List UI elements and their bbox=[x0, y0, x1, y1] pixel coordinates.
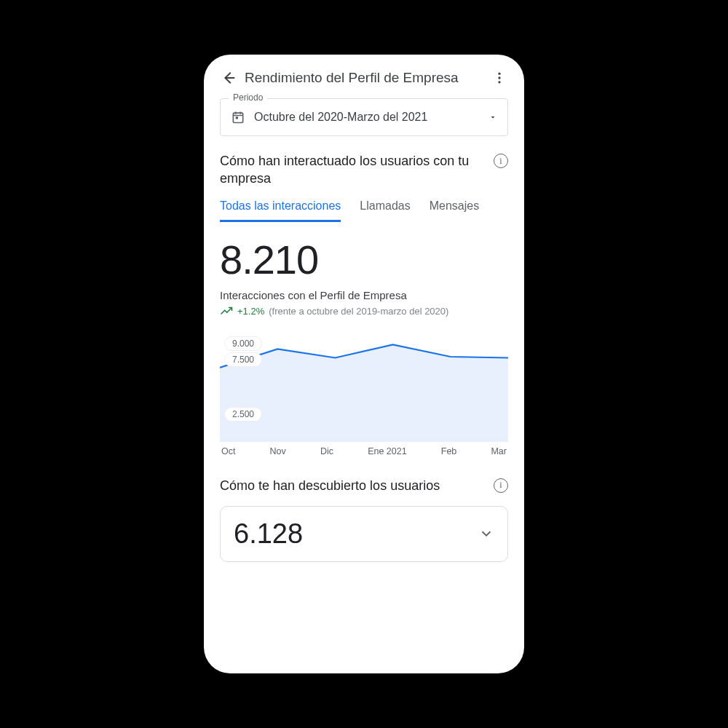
chart-ytick: 7.500 bbox=[224, 352, 262, 367]
tabs: Todas las interacciones Llamadas Mensaje… bbox=[220, 199, 508, 223]
delta-compare: (frente a octubre del 2019-marzo del 202… bbox=[269, 306, 448, 317]
more-button[interactable] bbox=[491, 69, 508, 87]
period-label: Periodo bbox=[229, 92, 267, 103]
phone-frame: Rendimiento del Perfil de Empresa Period… bbox=[204, 55, 524, 673]
calendar-icon bbox=[231, 110, 245, 124]
chart-xtick: Dic bbox=[320, 446, 333, 456]
svg-point-2 bbox=[498, 81, 500, 83]
period-dropdown[interactable]: Octubre del 2020-Marzo del 2021 bbox=[220, 98, 508, 136]
chevron-down-icon bbox=[478, 526, 494, 542]
chart-xtick: Ene 2021 bbox=[368, 446, 407, 456]
tab-all-interactions[interactable]: Todas las interacciones bbox=[220, 199, 341, 222]
svg-point-0 bbox=[498, 73, 500, 75]
discovery-section: Cómo te han descubierto los usuarios i 6… bbox=[220, 477, 508, 562]
page-title: Rendimiento del Perfil de Empresa bbox=[245, 70, 483, 86]
chart-xtick: Oct bbox=[221, 446, 235, 456]
info-icon[interactable]: i bbox=[494, 154, 508, 168]
chart-xtick: Nov bbox=[270, 446, 286, 456]
delta-value: +1.2% bbox=[237, 306, 264, 317]
chart-xtick: Feb bbox=[441, 446, 457, 456]
chart-ytick: 9.000 bbox=[224, 336, 262, 351]
tab-messages[interactable]: Mensajes bbox=[430, 199, 479, 222]
period-field: Periodo Octubre del 2020-Marzo del 2021 bbox=[220, 98, 508, 136]
caret-down-icon bbox=[488, 113, 497, 122]
kebab-icon bbox=[492, 71, 507, 85]
arrow-left-icon bbox=[221, 70, 237, 86]
chart-x-labels: OctNovDicEne 2021FebMar bbox=[220, 446, 508, 456]
trend-up-icon bbox=[220, 306, 233, 316]
chart-svg bbox=[220, 333, 508, 442]
svg-point-1 bbox=[498, 76, 500, 79]
tab-calls[interactable]: Llamadas bbox=[360, 199, 410, 222]
svg-rect-4 bbox=[236, 116, 238, 119]
top-bar: Rendimiento del Perfil de Empresa bbox=[220, 69, 508, 87]
discovery-heading: Cómo te han descubierto los usuarios bbox=[220, 477, 488, 494]
interactions-chart: OctNovDicEne 2021FebMar 9.0007.5002.500 bbox=[220, 333, 508, 456]
interactions-heading-row: Cómo han interactuado los usuarios con t… bbox=[220, 152, 508, 188]
discovery-total: 6.128 bbox=[234, 518, 478, 550]
delta-row: +1.2% (frente a octubre del 2019-marzo d… bbox=[220, 306, 508, 317]
discovery-heading-row: Cómo te han descubierto los usuarios i bbox=[220, 477, 508, 494]
discovery-card[interactable]: 6.128 bbox=[220, 506, 508, 562]
interactions-total: 8.210 bbox=[220, 236, 508, 283]
interactions-heading: Cómo han interactuado los usuarios con t… bbox=[220, 152, 488, 188]
interactions-metric-label: Interacciones con el Perfil de Empresa bbox=[220, 289, 508, 301]
chart-xtick: Mar bbox=[491, 446, 507, 456]
info-icon[interactable]: i bbox=[494, 478, 508, 493]
chart-ytick: 2.500 bbox=[224, 407, 262, 422]
period-value: Octubre del 2020-Marzo del 2021 bbox=[254, 111, 480, 124]
back-button[interactable] bbox=[220, 69, 237, 87]
